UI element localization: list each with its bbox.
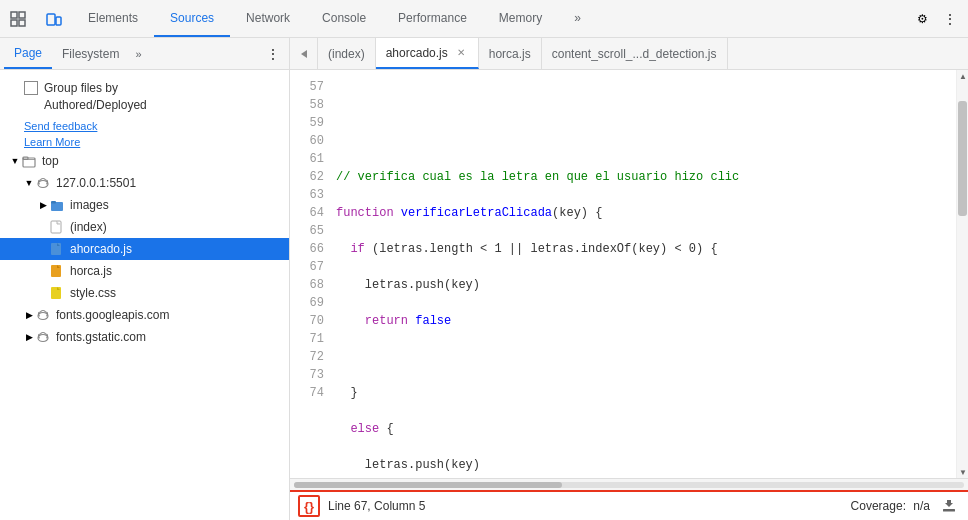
tree-item-images[interactable]: ▶ images bbox=[0, 194, 289, 216]
file-tree: Group files byAuthored/Deployed Send fee… bbox=[0, 70, 289, 520]
svg-rect-11 bbox=[51, 221, 61, 233]
cloud-icon-googleapis bbox=[36, 307, 52, 323]
line-numbers: 57 58 59 60 61 62 63 64 65 66 67 68 69 7… bbox=[290, 70, 332, 478]
tree-label-index: (index) bbox=[70, 220, 107, 234]
folder-empty-icon bbox=[22, 153, 38, 169]
tree-item-top[interactable]: ▼ top bbox=[0, 150, 289, 172]
svg-rect-10 bbox=[51, 201, 56, 204]
tab-elements[interactable]: Elements bbox=[72, 0, 154, 37]
tree-label-horca: horca.js bbox=[70, 264, 112, 278]
arrow-gstatic: ▶ bbox=[22, 332, 36, 342]
more-button[interactable]: ⋮ bbox=[936, 5, 964, 33]
svg-rect-2 bbox=[11, 20, 17, 26]
main-area: Page Filesystem » ⋮ Group files byAuthor… bbox=[0, 38, 968, 520]
tab-filesystem[interactable]: Filesystem bbox=[52, 38, 129, 69]
tree-label-images: images bbox=[70, 198, 109, 212]
scroll-up-button[interactable]: ▲ bbox=[957, 70, 968, 82]
tab-memory[interactable]: Memory bbox=[483, 0, 558, 37]
code-editor[interactable]: 57 58 59 60 61 62 63 64 65 66 67 68 69 7… bbox=[290, 70, 956, 478]
tree-item-gstatic[interactable]: ▶ fonts.gstatic.com bbox=[0, 326, 289, 348]
main-tabs: Elements Sources Network Console Perform… bbox=[72, 0, 597, 37]
svg-rect-0 bbox=[11, 12, 17, 18]
scroll-track bbox=[957, 82, 968, 466]
svg-rect-13 bbox=[51, 265, 61, 277]
svg-rect-5 bbox=[56, 17, 61, 25]
download-button[interactable] bbox=[938, 495, 960, 517]
cloud-icon-host bbox=[36, 175, 52, 191]
tree-item-host[interactable]: ▼ 127.0.0.1:5501 bbox=[0, 172, 289, 194]
scroll-thumb[interactable] bbox=[958, 101, 967, 216]
pretty-print-icon[interactable]: {} bbox=[298, 495, 320, 517]
tree-label-gstatic: fonts.gstatic.com bbox=[56, 330, 146, 344]
svg-rect-4 bbox=[47, 14, 55, 25]
tree-label-top: top bbox=[42, 154, 59, 168]
tree-item-horca[interactable]: horca.js bbox=[0, 260, 289, 282]
code-content: // verifica cual es la letra en que el u… bbox=[332, 70, 956, 478]
status-bar: {} Line 67, Column 5 Coverage: n/a bbox=[290, 490, 968, 520]
horizontal-scrollbar[interactable] bbox=[290, 478, 968, 490]
tree-item-style[interactable]: style.css bbox=[0, 282, 289, 304]
arrow-host: ▼ bbox=[22, 178, 36, 188]
editor-content-wrap: 57 58 59 60 61 62 63 64 65 66 67 68 69 7… bbox=[290, 70, 968, 478]
tree-item-ahorcado[interactable]: ahorcado.js bbox=[0, 238, 289, 260]
svg-marker-17 bbox=[301, 50, 307, 58]
cloud-icon-gstatic bbox=[36, 329, 52, 345]
editor-nav-button[interactable] bbox=[290, 38, 318, 70]
tab-performance[interactable]: Performance bbox=[382, 0, 483, 37]
tab-editor-horca[interactable]: horca.js bbox=[479, 38, 542, 69]
group-files-label: Group files byAuthored/Deployed bbox=[44, 80, 147, 114]
svg-rect-14 bbox=[51, 287, 61, 299]
group-files-checkbox[interactable] bbox=[24, 81, 38, 95]
tab-more[interactable]: » bbox=[558, 0, 597, 37]
tree-label-host: 127.0.0.1:5501 bbox=[56, 176, 136, 190]
arrow-googleapis: ▶ bbox=[22, 310, 36, 320]
group-files-row: Group files byAuthored/Deployed bbox=[0, 74, 289, 118]
tab-editor-content-scroll[interactable]: content_scroll_...d_detection.js bbox=[542, 38, 728, 69]
hscroll-thumb[interactable] bbox=[294, 482, 562, 488]
tree-item-googleapis[interactable]: ▶ fonts.googleapis.com bbox=[0, 304, 289, 326]
arrow-images: ▶ bbox=[36, 200, 50, 210]
arrow-top: ▼ bbox=[8, 156, 22, 166]
close-tab-ahorcado[interactable]: ✕ bbox=[454, 46, 468, 60]
panel-menu-button[interactable]: ⋮ bbox=[261, 42, 285, 66]
tab-editor-index[interactable]: (index) bbox=[318, 38, 376, 69]
left-panel: Page Filesystem » ⋮ Group files byAuthor… bbox=[0, 38, 290, 520]
main-toolbar: Elements Sources Network Console Perform… bbox=[0, 0, 968, 38]
tab-page[interactable]: Page bbox=[4, 38, 52, 69]
editor-panel: (index) ahorcado.js ✕ horca.js content_s… bbox=[290, 38, 968, 520]
cursor-position: Line 67, Column 5 bbox=[328, 499, 851, 513]
svg-rect-1 bbox=[19, 12, 25, 18]
tab-network[interactable]: Network bbox=[230, 0, 306, 37]
tree-label-style: style.css bbox=[70, 286, 116, 300]
tree-label-googleapis: fonts.googleapis.com bbox=[56, 308, 169, 322]
coverage-value: n/a bbox=[910, 499, 930, 513]
svg-marker-19 bbox=[945, 500, 953, 507]
settings-button[interactable]: ⚙ bbox=[908, 5, 936, 33]
scroll-down-button[interactable]: ▼ bbox=[957, 466, 968, 478]
file-orange-icon bbox=[50, 263, 66, 279]
editor-tabs: (index) ahorcado.js ✕ horca.js content_s… bbox=[290, 38, 968, 70]
tab-sources[interactable]: Sources bbox=[154, 0, 230, 37]
tree-label-ahorcado: ahorcado.js bbox=[70, 242, 132, 256]
tab-editor-ahorcado[interactable]: ahorcado.js ✕ bbox=[376, 38, 479, 69]
vertical-scrollbar[interactable]: ▲ ▼ bbox=[956, 70, 968, 478]
hscroll-track bbox=[294, 482, 964, 488]
toolbar-right: ⚙ ⋮ bbox=[908, 5, 968, 33]
svg-rect-12 bbox=[51, 243, 61, 255]
panel-tabs: Page Filesystem » ⋮ bbox=[0, 38, 289, 70]
file-yellow-icon bbox=[50, 285, 66, 301]
device-icon[interactable] bbox=[36, 0, 72, 38]
tab-console[interactable]: Console bbox=[306, 0, 382, 37]
learn-more-link[interactable]: Learn More bbox=[0, 134, 289, 150]
file-blue-icon bbox=[50, 241, 66, 257]
folder-blue-icon bbox=[50, 197, 66, 213]
tree-item-index[interactable]: (index) bbox=[0, 216, 289, 238]
inspect-icon[interactable] bbox=[0, 0, 36, 38]
coverage-label: Coverage: bbox=[851, 499, 906, 513]
send-feedback-link[interactable]: Send feedback bbox=[0, 118, 289, 134]
svg-rect-3 bbox=[19, 20, 25, 26]
tab-panel-more[interactable]: » bbox=[129, 38, 147, 69]
svg-rect-18 bbox=[943, 509, 955, 512]
file-white-icon bbox=[50, 219, 66, 235]
